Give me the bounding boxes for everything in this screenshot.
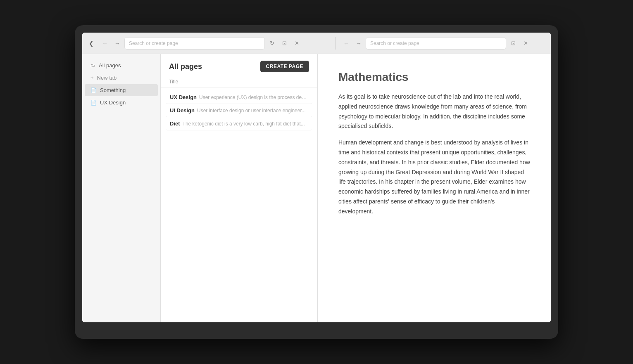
folder-icon: 🗂: [90, 63, 95, 69]
tab1-actions: ↻ ⊡ ✕: [267, 38, 302, 49]
page-row-diet[interactable]: Diet The ketogenic diet is a very low ca…: [166, 117, 312, 130]
tab1-section: ← → Search or create page ↻ ⊡ ✕: [100, 37, 331, 50]
tab1-back-button[interactable]: ←: [100, 38, 110, 49]
table-header: Title: [161, 76, 317, 87]
laptop-frame: ❮ ← → Search or create page ↻: [75, 25, 558, 339]
sidebar-item-ux-design[interactable]: 📄 UX Design: [85, 97, 158, 109]
tab1-window-button[interactable]: ⊡: [279, 38, 290, 49]
screen: ❮ ← → Search or create page ↻: [82, 33, 551, 322]
tab1-forward-button[interactable]: →: [112, 38, 123, 49]
tab1-search-bar[interactable]: Search or create page: [124, 37, 265, 50]
all-pages-pane: All pages CREATE PAGE Title UX Design Us…: [161, 54, 318, 322]
main-area: 🗂 All pages + New tab 📄 Something 📄 UX D…: [82, 54, 551, 322]
content-paragraph-2: Human development and change is best und…: [338, 138, 530, 216]
content-pane: Mathematics As its goal is to take neuro…: [318, 54, 551, 322]
content-paragraph-1: As its goal is to take neuroscience out …: [338, 92, 530, 131]
tab1-refresh-button[interactable]: ↻: [267, 38, 277, 49]
tab2-actions: ⊡ ✕: [508, 38, 531, 49]
pane-header: All pages CREATE PAGE: [161, 54, 317, 76]
create-page-button[interactable]: CREATE PAGE: [260, 61, 309, 72]
page-icon-ux: 📄: [90, 100, 97, 106]
pane-title: All pages: [169, 62, 202, 71]
tab2-back-button[interactable]: ←: [341, 38, 352, 49]
tab2-window-button[interactable]: ⊡: [508, 38, 519, 49]
collapse-sidebar-button[interactable]: ❮: [86, 38, 97, 49]
tab1-close-button[interactable]: ✕: [291, 38, 302, 49]
page-list: UX Design User experience (UX) design is…: [161, 87, 317, 134]
page-icon-something: 📄: [90, 87, 97, 93]
content-body: As its goal is to take neuroscience out …: [338, 92, 530, 217]
page-row-ux-design[interactable]: UX Design User experience (UX) design is…: [166, 91, 312, 104]
tab-divider: [336, 37, 336, 50]
sidebar: 🗂 All pages + New tab 📄 Something 📄 UX D…: [82, 54, 161, 322]
sidebar-new-tab-button[interactable]: + New tab: [85, 72, 158, 84]
panes: All pages CREATE PAGE Title UX Design Us…: [161, 54, 551, 322]
plus-icon: +: [90, 75, 94, 81]
top-bar: ❮ ← → Search or create page ↻: [82, 33, 551, 54]
sidebar-item-all-pages[interactable]: 🗂 All pages: [85, 59, 158, 71]
tab2-search-bar[interactable]: Search or create page: [366, 37, 506, 50]
sidebar-item-something[interactable]: 📄 Something: [85, 84, 158, 96]
tab2-forward-button[interactable]: →: [353, 38, 364, 49]
content-title: Mathematics: [338, 71, 530, 84]
tab2-close-button[interactable]: ✕: [520, 38, 531, 49]
page-row-ui-design[interactable]: UI Design User interface design or user …: [166, 104, 312, 117]
tab2-section: ← → Search or create page ⊡ ✕: [341, 37, 547, 50]
